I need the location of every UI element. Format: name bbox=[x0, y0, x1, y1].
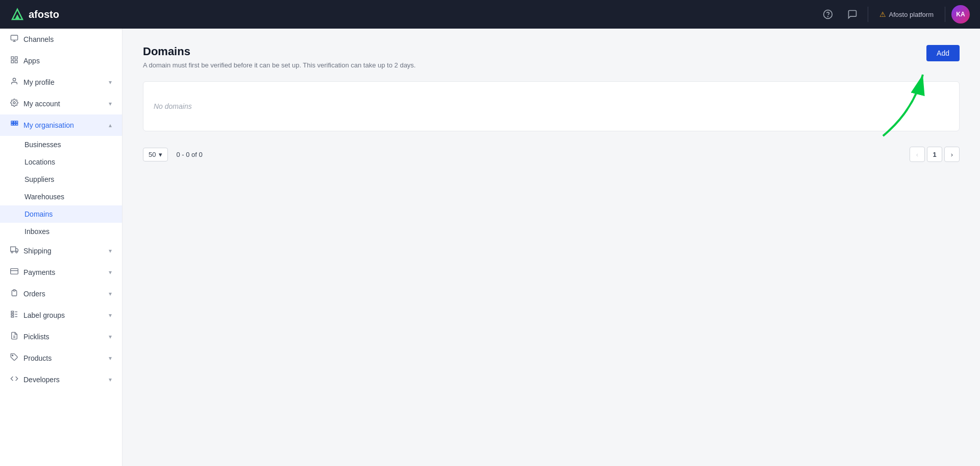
next-page-button[interactable]: › bbox=[944, 147, 960, 162]
products-icon bbox=[10, 353, 18, 363]
sidebar-item-businesses-label: Businesses bbox=[24, 141, 61, 149]
sidebar-item-businesses[interactable]: Businesses bbox=[0, 136, 122, 153]
platform-label[interactable]: ⚠ Afosto platform bbox=[874, 10, 939, 18]
sidebar-item-locations-label: Locations bbox=[24, 158, 55, 166]
developers-icon bbox=[10, 375, 18, 385]
sidebar-item-my-profile[interactable]: My profile ▾ bbox=[0, 72, 122, 93]
chevron-down-icon-3: ▾ bbox=[109, 247, 112, 254]
empty-state-text: No domains bbox=[143, 82, 959, 131]
user-avatar[interactable]: KA bbox=[951, 5, 970, 24]
sidebar-item-payments[interactable]: Payments ▾ bbox=[0, 262, 122, 283]
logo[interactable]: afosto bbox=[10, 7, 59, 21]
sidebar-sub-organisation: Businesses Locations Suppliers Warehouse… bbox=[0, 136, 122, 240]
sidebar-item-orders-label: Orders bbox=[23, 290, 45, 298]
chat-icon bbox=[847, 9, 857, 19]
sidebar-item-shipping-label: Shipping bbox=[23, 247, 52, 255]
sidebar-item-domains-label: Domains bbox=[24, 210, 53, 218]
sidebar-item-warehouses-label: Warehouses bbox=[24, 193, 64, 201]
current-page-button[interactable]: 1 bbox=[927, 147, 942, 162]
chevron-down-icon-9: ▾ bbox=[109, 376, 112, 383]
svg-rect-20 bbox=[11, 269, 18, 274]
sidebar-item-products[interactable]: Products ▾ bbox=[0, 347, 122, 369]
sidebar-item-label-groups-label: Label groups bbox=[23, 311, 65, 319]
sidebar-item-my-account-label: My account bbox=[23, 100, 60, 108]
sidebar-item-locations[interactable]: Locations bbox=[0, 153, 122, 171]
svg-rect-21 bbox=[13, 290, 15, 291]
svg-rect-23 bbox=[11, 314, 14, 315]
page-title: Domains bbox=[143, 45, 960, 58]
chevron-down-icon-2: ▾ bbox=[109, 100, 112, 107]
sidebar-item-my-organisation[interactable]: My organisation ▴ bbox=[0, 114, 122, 136]
sidebar-item-my-organisation-label: My organisation bbox=[23, 121, 74, 129]
person-icon bbox=[10, 77, 18, 87]
nav-divider-2 bbox=[945, 7, 945, 22]
sidebar-item-inboxes-label: Inboxes bbox=[24, 227, 50, 236]
svg-point-10 bbox=[13, 102, 15, 104]
apps-icon bbox=[10, 56, 18, 66]
sidebar-item-inboxes[interactable]: Inboxes bbox=[0, 223, 122, 240]
sidebar-item-shipping[interactable]: Shipping ▾ bbox=[0, 240, 122, 262]
sidebar-item-picklists-label: Picklists bbox=[23, 333, 50, 341]
layout: Channels Apps My profile ▾ My account ▾ bbox=[0, 29, 980, 466]
sidebar-item-picklists[interactable]: Picklists ▾ bbox=[0, 326, 122, 347]
svg-rect-7 bbox=[11, 60, 14, 63]
svg-rect-11 bbox=[11, 121, 13, 123]
per-page-select[interactable]: 50 ▾ bbox=[143, 148, 168, 161]
chevron-up-icon: ▴ bbox=[109, 122, 112, 129]
org-icon bbox=[10, 120, 18, 130]
chevron-down-icon-8: ▾ bbox=[109, 355, 112, 362]
sidebar-item-developers[interactable]: Developers ▾ bbox=[0, 369, 122, 390]
pagination-bar: 50 ▾ 0 - 0 of 0 ‹ 1 › bbox=[143, 142, 960, 167]
help-icon bbox=[823, 9, 833, 19]
svg-rect-5 bbox=[11, 57, 14, 59]
payments-icon bbox=[10, 267, 18, 277]
topnav: afosto ⚠ Afosto platform KA bbox=[0, 0, 980, 29]
gear-icon bbox=[10, 99, 18, 109]
sidebar-item-channels-label: Channels bbox=[23, 35, 54, 43]
sidebar-item-products-label: Products bbox=[23, 354, 52, 362]
svg-marker-1 bbox=[15, 14, 20, 19]
help-button[interactable] bbox=[819, 5, 837, 24]
sidebar: Channels Apps My profile ▾ My account ▾ bbox=[0, 29, 122, 466]
sidebar-item-channels[interactable]: Channels bbox=[0, 29, 122, 50]
channels-icon bbox=[10, 34, 18, 44]
per-page-value: 50 bbox=[149, 151, 156, 158]
page-subtitle: A domain must first be verified before i… bbox=[143, 61, 960, 69]
svg-rect-8 bbox=[15, 60, 17, 63]
chevron-down-icon: ▾ bbox=[109, 79, 112, 86]
sidebar-item-suppliers-label: Suppliers bbox=[24, 175, 54, 183]
chevron-down-icon-7: ▾ bbox=[109, 333, 112, 340]
sidebar-item-developers-label: Developers bbox=[23, 376, 60, 384]
sidebar-item-apps[interactable]: Apps bbox=[0, 50, 122, 72]
alert-triangle-icon: ⚠ bbox=[879, 10, 886, 18]
svg-point-3 bbox=[827, 16, 828, 17]
svg-rect-4 bbox=[11, 35, 17, 40]
prev-page-button[interactable]: ‹ bbox=[910, 147, 925, 162]
logo-icon bbox=[10, 7, 24, 21]
svg-rect-15 bbox=[16, 121, 17, 123]
chevron-down-icon-6: ▾ bbox=[109, 312, 112, 319]
chat-button[interactable] bbox=[843, 5, 862, 24]
sidebar-item-warehouses[interactable]: Warehouses bbox=[0, 188, 122, 205]
sidebar-item-label-groups[interactable]: Label groups ▾ bbox=[0, 305, 122, 326]
svg-point-18 bbox=[11, 251, 13, 253]
sidebar-item-my-account[interactable]: My account ▾ bbox=[0, 93, 122, 114]
svg-point-19 bbox=[16, 251, 17, 253]
sidebar-item-my-profile-label: My profile bbox=[23, 78, 55, 86]
sidebar-item-domains[interactable]: Domains bbox=[0, 205, 122, 223]
sidebar-item-apps-label: Apps bbox=[23, 57, 40, 65]
sidebar-item-orders[interactable]: Orders ▾ bbox=[0, 283, 122, 305]
svg-point-30 bbox=[12, 355, 13, 356]
svg-rect-24 bbox=[11, 316, 14, 317]
svg-rect-12 bbox=[11, 124, 13, 125]
sidebar-item-suppliers[interactable]: Suppliers bbox=[0, 171, 122, 188]
shipping-icon bbox=[10, 246, 18, 256]
add-button[interactable]: Add bbox=[926, 45, 960, 61]
logo-text: afosto bbox=[29, 9, 59, 20]
svg-rect-13 bbox=[14, 121, 15, 123]
svg-rect-14 bbox=[14, 124, 15, 125]
domains-list: No domains bbox=[143, 81, 960, 131]
svg-rect-6 bbox=[15, 57, 17, 59]
nav-divider bbox=[868, 7, 868, 22]
svg-point-9 bbox=[13, 78, 15, 81]
